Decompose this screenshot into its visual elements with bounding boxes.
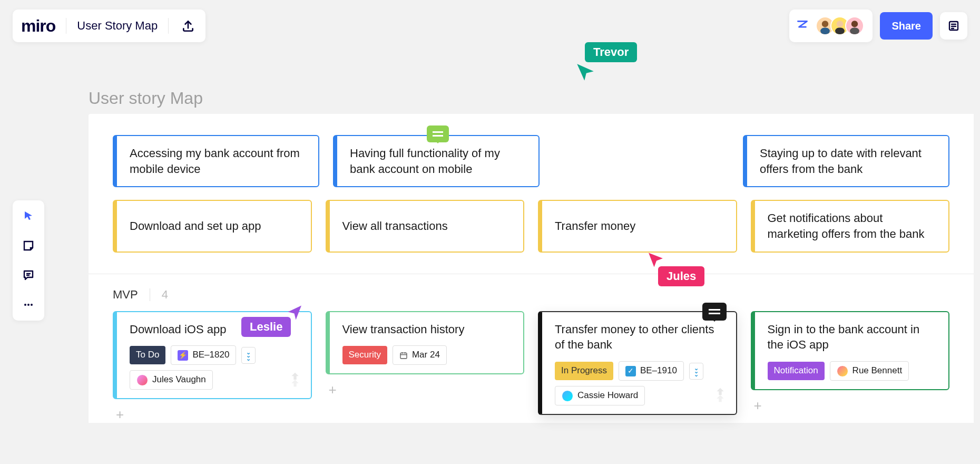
activity-panel-button[interactable] (940, 12, 967, 40)
tag-chip[interactable]: Notification (768, 362, 825, 380)
release-header[interactable]: MVP 4 (89, 274, 974, 306)
collaborators-box (789, 9, 873, 42)
upload-icon (181, 19, 195, 33)
add-card-button[interactable]: + (326, 374, 525, 398)
cursor-icon (22, 210, 35, 223)
tasks-row: Download iOS app To Do ⚡BE–1820 ⌄⌄⌄ Jule… (89, 306, 974, 423)
comment-tool[interactable] (20, 267, 37, 284)
date-chip[interactable]: Mar 24 (393, 345, 447, 365)
frame-title[interactable]: User story Map (89, 89, 203, 108)
assignee-chip[interactable]: Rue Bennett (830, 361, 909, 381)
chevron-down-icon: ⌄⌄⌄ (694, 366, 699, 376)
collaborator-avatars[interactable] (816, 16, 864, 35)
sticky-note-icon (22, 239, 35, 252)
task-title: Transfer money to other clients of the b… (555, 322, 723, 353)
bolt-icon: ⚡ (178, 350, 188, 361)
svg-point-15 (31, 304, 33, 306)
release-name: MVP (113, 288, 138, 302)
task-title: Sign in to the bank account in the iOS a… (768, 322, 936, 353)
step-card[interactable]: Download and set up app (113, 200, 312, 252)
facilitation-icon[interactable] (796, 19, 809, 33)
board-header: miro User Story Map (13, 9, 205, 42)
divider (66, 18, 66, 34)
task-card[interactable]: View transaction history Security Mar 24 (326, 311, 525, 375)
tag-chip[interactable]: Security (342, 346, 387, 364)
avatar[interactable] (845, 16, 864, 35)
svg-point-1 (822, 21, 828, 27)
activity-card[interactable]: Staying up to date with relevant offers … (743, 135, 949, 187)
board-title[interactable]: User Story Map (77, 19, 158, 33)
share-button[interactable]: Share (880, 12, 933, 40)
step-card[interactable]: View all transactions (326, 200, 525, 252)
svg-rect-4 (836, 28, 845, 34)
comment-badge[interactable] (427, 125, 449, 142)
comment-icon (22, 269, 35, 282)
release-count: 4 (162, 288, 168, 302)
panel-icon (947, 20, 960, 32)
ticket-chip[interactable]: ⚡BE–1820 (171, 345, 236, 365)
sticky-note-tool[interactable] (20, 237, 37, 254)
priority-chip[interactable]: ⌄⌄⌄ (689, 363, 703, 380)
calendar-icon (399, 351, 408, 360)
svg-point-5 (851, 21, 858, 27)
collaborator-cursor-trevor: Trevor (585, 42, 637, 83)
avatar-icon (562, 390, 573, 402)
top-right-controls: Share (789, 9, 967, 42)
divider (168, 18, 169, 34)
svg-rect-16 (400, 353, 407, 359)
card-text: Having full functionality of my bank acc… (350, 147, 500, 176)
story-map-frame[interactable]: Accessing my bank account from mobile de… (89, 114, 974, 423)
task-title: View transaction history (342, 322, 511, 337)
step-card[interactable]: Get notifications about marketing offers… (751, 200, 950, 252)
cursor-name-tag: Trevor (585, 42, 637, 62)
chevron-down-icon: ⌄⌄⌄ (246, 351, 251, 360)
activities-row: Accessing my bank account from mobile de… (89, 114, 974, 187)
status-chip[interactable]: To Do (130, 346, 165, 364)
check-icon: ✓ (625, 366, 636, 376)
avatar-icon (837, 365, 848, 377)
activity-card[interactable]: Accessing my bank account from mobile de… (113, 135, 319, 187)
comment-badge[interactable] (702, 303, 727, 321)
svg-point-3 (837, 21, 843, 27)
svg-rect-6 (850, 28, 860, 34)
assignee-chip[interactable]: Cassie Howard (555, 386, 645, 405)
assignee-chip[interactable]: Jules Vaughn (130, 370, 213, 390)
divider (150, 288, 150, 301)
status-chip[interactable]: In Progress (555, 362, 613, 380)
empty-cell (553, 135, 729, 187)
more-tools[interactable] (20, 296, 37, 313)
task-card[interactable]: Sign in to the bank account in the iOS a… (751, 311, 950, 390)
steps-row: Download and set up app View all transac… (89, 187, 974, 273)
more-icon (22, 298, 35, 311)
ticket-chip[interactable]: ✓BE–1910 (619, 361, 684, 381)
add-card-button[interactable]: + (113, 399, 312, 423)
add-card-button[interactable]: + (751, 390, 950, 414)
jira-icon (712, 386, 729, 408)
export-button[interactable] (179, 17, 197, 35)
collaborator-cursor-jules: Jules (645, 250, 704, 286)
svg-point-14 (27, 304, 30, 306)
miro-logo: miro (21, 16, 55, 36)
cursor-name-tag: Leslie (241, 317, 291, 337)
activity-card[interactable]: Having full functionality of my bank acc… (333, 135, 540, 187)
cursor-name-tag: Jules (658, 266, 704, 286)
jira-icon (287, 371, 303, 392)
priority-chip[interactable]: ⌄⌄⌄ (241, 347, 256, 364)
cursor-pointer-icon (574, 61, 596, 83)
svg-rect-2 (821, 28, 830, 34)
svg-point-13 (24, 304, 26, 306)
avatar-icon (136, 374, 148, 386)
collaborator-cursor-leslie: Leslie (241, 303, 305, 337)
step-card[interactable]: Transfer money (538, 200, 737, 252)
select-tool[interactable] (20, 208, 37, 225)
task-card[interactable]: Transfer money to other clients of the b… (538, 311, 737, 415)
left-toolbar (13, 200, 44, 321)
